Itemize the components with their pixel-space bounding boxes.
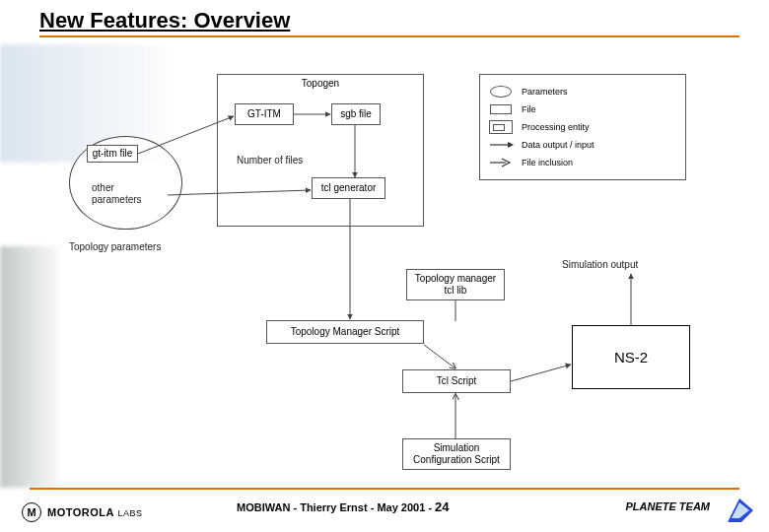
ns2-label: NS-2 [614,349,648,366]
parameters-icon [488,85,514,99]
page-number: 24 [435,499,449,514]
topology-manager-lib-label: Topology manager tcl lib [415,273,496,297]
gt-itm-box: GT-ITM [235,103,294,125]
sgb-file-box: sgb file [331,103,381,125]
gt-itm-file-label: gt-itm file [93,148,133,160]
number-of-files-label: Number of files [237,155,303,166]
legend-row-dataflow: Data output / input [488,138,677,152]
gt-itm-file-box: gt-itm file [87,145,138,163]
svg-marker-1 [508,142,514,148]
diagram-area: gt-itm file other parameters Topology pa… [0,44,769,488]
planete-logo-icon [726,495,755,524]
tcl-generator-box: tcl generator [312,177,385,199]
footer-orange-rule [30,488,739,490]
legend-row-file: File [488,102,677,116]
gt-itm-label: GT-ITM [247,108,281,120]
topology-manager-script-label: Topology Manager Script [291,326,400,338]
data-arrow-icon [488,138,514,152]
sim-config-script-label: Simulation Configuration Script [413,442,500,466]
topogen-container: Topogen [217,74,424,227]
legend-inclusion-label: File inclusion [522,158,573,167]
legend-parameters-label: Parameters [522,87,568,97]
title-orange-rule [39,35,739,37]
tcl-script-label: Tcl Script [437,375,477,387]
topology-manager-script-box: Topology Manager Script [266,320,424,344]
planete-team-label: PLANETE TEAM [625,500,710,512]
sim-config-script-box: Simulation Configuration Script [402,438,511,470]
ns2-box: NS-2 [572,325,690,389]
processing-entity-icon [488,120,514,134]
sgb-file-label: sgb file [340,108,372,120]
simulation-output-label: Simulation output [562,259,638,271]
legend-row-inclusion: File inclusion [488,156,677,169]
legend-row-processing: Processing entity [488,120,677,134]
file-inclusion-icon [488,156,514,169]
tcl-generator-label: tcl generator [321,182,377,194]
topology-parameters-caption: Topology parameters [69,241,161,253]
legend-row-parameters: Parameters [488,85,677,99]
topology-manager-lib-box: Topology manager tcl lib [406,269,505,300]
file-icon [488,102,514,116]
legend-panel: Parameters File Processing entity Data o… [479,74,686,180]
legend-file-label: File [522,104,536,114]
legend-processing-label: Processing entity [522,122,590,132]
page-title: New Features: Overview [39,8,290,33]
tcl-script-box: Tcl Script [402,369,511,393]
footer-center-text: MOBIWAN - Thierry Ernst - May 2001 - 24 [237,499,450,514]
other-parameters-label: other parameters [92,182,142,206]
legend-dataflow-label: Data output / input [522,140,594,150]
topogen-label: Topogen [302,78,339,90]
footer-bar: MOBIWAN - Thierry Ernst - May 2001 - 24 … [0,493,769,520]
